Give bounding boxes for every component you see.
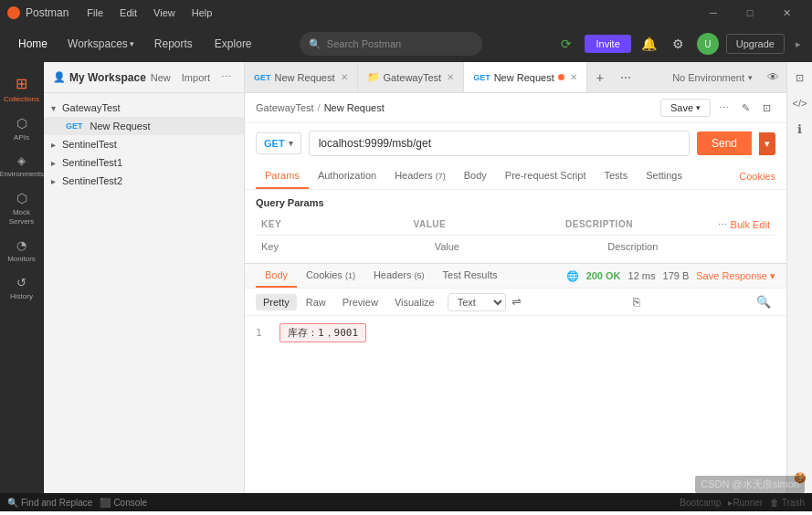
- code-button[interactable]: </>: [790, 93, 810, 113]
- sidebar-item-mock-servers[interactable]: ⬡ Mock Servers: [4, 185, 40, 231]
- filter-icon[interactable]: ⇌: [511, 295, 522, 309]
- collection-sentineltest[interactable]: ▸ SentinelTest: [44, 135, 244, 153]
- save-response-button[interactable]: Save Response ▾: [696, 270, 775, 282]
- collection-sentineltest2[interactable]: ▸ SentinelTest2: [44, 172, 244, 190]
- query-params-title: Query Params: [256, 197, 775, 208]
- nav-home[interactable]: Home: [11, 34, 55, 54]
- layout-icon[interactable]: ⊡: [758, 100, 775, 117]
- menu-help[interactable]: Help: [185, 5, 220, 20]
- response-status: 🌐 200 OK 12 ms 179 B Save Response ▾: [566, 270, 775, 282]
- url-input[interactable]: [309, 131, 690, 156]
- search-button[interactable]: 🔍: [752, 292, 775, 311]
- sidebar-item-monitors[interactable]: ◔ Monitors: [4, 233, 40, 268]
- nav-explore[interactable]: Explore: [207, 34, 259, 54]
- format-pretty[interactable]: Pretty: [256, 294, 297, 310]
- key-input[interactable]: [256, 237, 429, 256]
- breadcrumb-actions: Save ▾ ⋯ ✎ ⊡: [660, 99, 775, 117]
- sidebar-panel: 👤 My Workspace New Import ⋯ ▾ GatewayTes…: [44, 62, 245, 493]
- folder-icon: 📁: [367, 71, 380, 83]
- description-input[interactable]: [602, 237, 775, 256]
- layout-toggle-button[interactable]: ⊡: [790, 68, 810, 88]
- send-dropdown-button[interactable]: ▾: [759, 132, 775, 155]
- req-tab-pre-request[interactable]: Pre-request Script: [496, 163, 596, 189]
- console-button[interactable]: ⬛ Console: [100, 498, 147, 508]
- request-new-request[interactable]: GET New Request: [44, 117, 244, 135]
- env-selector[interactable]: No Environment ▾: [665, 72, 760, 83]
- sync-icon[interactable]: ⟳: [555, 33, 577, 55]
- method-select[interactable]: GET ▾: [256, 132, 301, 154]
- minimize-button[interactable]: ─: [695, 0, 732, 26]
- tab-new-request-1[interactable]: GET New Request ✕: [245, 62, 358, 93]
- send-button[interactable]: Send: [697, 131, 752, 155]
- tab-gatewaytest[interactable]: 📁 GatewayTest ✕: [358, 62, 465, 93]
- url-bar: GET ▾ Send ▾: [245, 123, 786, 163]
- sidebar-item-environments[interactable]: ◈ Environments: [4, 149, 40, 184]
- req-tab-authorization[interactable]: Authorization: [309, 163, 385, 189]
- add-tab-button[interactable]: +: [587, 62, 613, 93]
- sidebar-actions: New Import ⋯: [147, 69, 235, 85]
- upgrade-button[interactable]: Upgrade: [726, 34, 785, 54]
- req-tab-settings[interactable]: Settings: [637, 163, 691, 189]
- new-collection-button[interactable]: New: [147, 69, 174, 85]
- req-tab-body[interactable]: Body: [455, 163, 496, 189]
- resp-tab-cookies[interactable]: Cookies (1): [297, 264, 364, 288]
- menu-edit[interactable]: Edit: [112, 5, 144, 20]
- format-visualize[interactable]: Visualize: [387, 294, 442, 310]
- save-button[interactable]: Save ▾: [660, 99, 711, 117]
- req-tab-params[interactable]: Params: [256, 163, 309, 189]
- collection-gatewaytest[interactable]: ▾ GatewayTest: [44, 99, 244, 117]
- sidebar-item-apis[interactable]: ⬡ APIs: [4, 110, 40, 147]
- trash-button[interactable]: 🗑 Trash: [770, 498, 805, 508]
- info-button[interactable]: ℹ: [790, 119, 810, 139]
- req-tab-headers[interactable]: Headers (7): [385, 163, 455, 189]
- eye-icon[interactable]: 👁: [760, 70, 786, 84]
- menu-view[interactable]: View: [146, 5, 183, 20]
- format-raw[interactable]: Raw: [299, 294, 333, 310]
- breadcrumb-parent[interactable]: GatewayTest: [256, 102, 314, 113]
- sidebar-item-history[interactable]: ↺ History: [4, 270, 40, 306]
- bootcamp-link[interactable]: Bootcamp: [680, 498, 721, 508]
- resp-tab-test-results[interactable]: Test Results: [434, 264, 507, 288]
- tab-overflow-button[interactable]: ⋯: [613, 62, 638, 93]
- sidebar-more-button[interactable]: ⋯: [217, 69, 235, 85]
- tab-new-request-2[interactable]: GET New Request ✕: [464, 62, 587, 93]
- copy-button[interactable]: ⎘: [628, 292, 645, 311]
- bulk-edit-button[interactable]: Bulk Edit: [731, 219, 770, 230]
- title-bar: Postman File Edit View Help ─ □ ✕: [0, 0, 812, 26]
- expand-icon: ▸: [51, 140, 62, 150]
- maximize-button[interactable]: □: [732, 0, 768, 26]
- find-replace-button[interactable]: 🔍 Find and Replace: [7, 498, 92, 508]
- avatar[interactable]: U: [697, 33, 719, 55]
- resp-tab-headers[interactable]: Headers (5): [364, 264, 434, 288]
- collection-sentineltest1[interactable]: ▸ SentinelTest1: [44, 153, 244, 172]
- tab-close-icon[interactable]: ✕: [570, 72, 577, 82]
- params-header: KEY VALUE DESCRIPTION ⋯ Bulk Edit: [256, 214, 775, 236]
- format-preview[interactable]: Preview: [335, 294, 385, 310]
- settings-icon[interactable]: ⚙: [668, 33, 690, 55]
- runner-link[interactable]: ▸Runner: [728, 498, 763, 508]
- nav-reports[interactable]: Reports: [147, 34, 200, 54]
- nav-workspaces[interactable]: Workspaces ▾: [62, 34, 140, 54]
- tab-bar: GET New Request ✕ 📁 GatewayTest ✕ GET Ne…: [245, 62, 786, 93]
- history-icon: ↺: [16, 276, 26, 289]
- tab-method-badge: GET: [473, 73, 490, 82]
- menu-file[interactable]: File: [79, 5, 111, 20]
- sidebar-item-collections[interactable]: ⊞ Collections: [4, 69, 40, 109]
- close-button[interactable]: ✕: [768, 0, 805, 26]
- search-bar[interactable]: 🔍 Search Postman: [300, 32, 482, 56]
- more-options-button[interactable]: ⋯: [714, 100, 733, 117]
- value-input[interactable]: [429, 237, 603, 256]
- tab-close-icon[interactable]: ✕: [341, 72, 348, 82]
- monitors-icon: ◔: [16, 238, 26, 252]
- resp-tab-body[interactable]: Body: [256, 264, 297, 288]
- tab-close-icon[interactable]: ✕: [447, 72, 454, 82]
- invite-button[interactable]: Invite: [585, 35, 630, 53]
- format-type-select[interactable]: Text JSON HTML XML: [448, 293, 506, 311]
- import-button[interactable]: Import: [178, 69, 214, 85]
- edit-icon[interactable]: ✎: [737, 100, 754, 117]
- menu-bar: File Edit View Help: [69, 2, 695, 24]
- notification-icon[interactable]: 🔔: [638, 33, 660, 55]
- cookies-link[interactable]: Cookies: [739, 171, 775, 182]
- more-icon: ⋯: [718, 219, 727, 229]
- req-tab-tests[interactable]: Tests: [596, 163, 638, 189]
